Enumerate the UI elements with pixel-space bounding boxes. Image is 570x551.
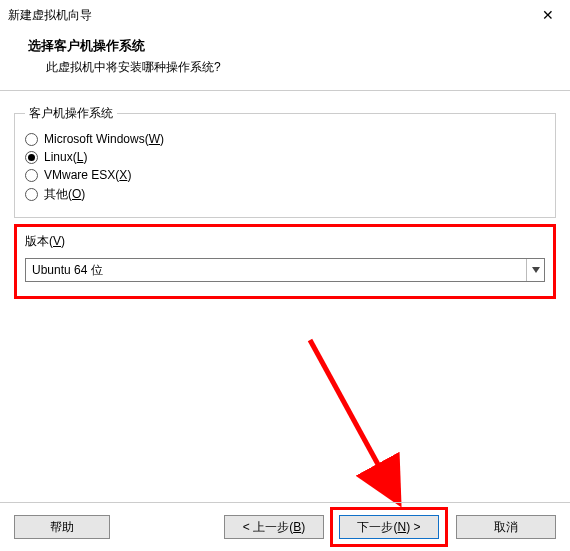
- page-subtitle: 此虚拟机中将安装哪种操作系统?: [28, 59, 554, 76]
- version-label: 版本(V): [25, 233, 545, 250]
- page-title: 选择客户机操作系统: [28, 38, 554, 55]
- radio-icon: [25, 188, 38, 201]
- annotation-arrow: [300, 330, 420, 510]
- wizard-footer: 帮助 < 上一步(B) 下一步(N) > 取消: [0, 503, 570, 551]
- next-highlight-box: 下一步(N) >: [330, 507, 448, 547]
- radio-label: 其他(O): [44, 186, 85, 203]
- version-select[interactable]: Ubuntu 64 位: [25, 258, 545, 282]
- back-button[interactable]: < 上一步(B): [224, 515, 324, 539]
- radio-label: Microsoft Windows(W): [44, 132, 164, 146]
- wizard-header: 选择客户机操作系统 此虚拟机中将安装哪种操作系统?: [0, 30, 570, 91]
- next-button[interactable]: 下一步(N) >: [339, 515, 439, 539]
- radio-vmware-esx[interactable]: VMware ESX(X): [25, 168, 545, 182]
- radio-linux[interactable]: Linux(L): [25, 150, 545, 164]
- wizard-body: 客户机操作系统 Microsoft Windows(W) Linux(L) VM…: [0, 91, 570, 299]
- help-button[interactable]: 帮助: [14, 515, 110, 539]
- radio-icon: [25, 133, 38, 146]
- radio-icon: [25, 151, 38, 164]
- radio-windows[interactable]: Microsoft Windows(W): [25, 132, 545, 146]
- window-title: 新建虚拟机向导: [8, 7, 92, 24]
- cancel-button[interactable]: 取消: [456, 515, 556, 539]
- guest-os-group: 客户机操作系统 Microsoft Windows(W) Linux(L) VM…: [14, 105, 556, 218]
- radio-label: Linux(L): [44, 150, 87, 164]
- close-icon[interactable]: ✕: [534, 3, 562, 27]
- version-highlight-box: 版本(V) Ubuntu 64 位: [14, 224, 556, 299]
- chevron-down-icon: [526, 259, 544, 281]
- radio-icon: [25, 169, 38, 182]
- radio-label: VMware ESX(X): [44, 168, 131, 182]
- title-bar: 新建虚拟机向导 ✕: [0, 0, 570, 30]
- svg-line-0: [310, 340, 392, 490]
- radio-other[interactable]: 其他(O): [25, 186, 545, 203]
- guest-os-legend: 客户机操作系统: [25, 105, 117, 122]
- version-select-value: Ubuntu 64 位: [26, 262, 526, 279]
